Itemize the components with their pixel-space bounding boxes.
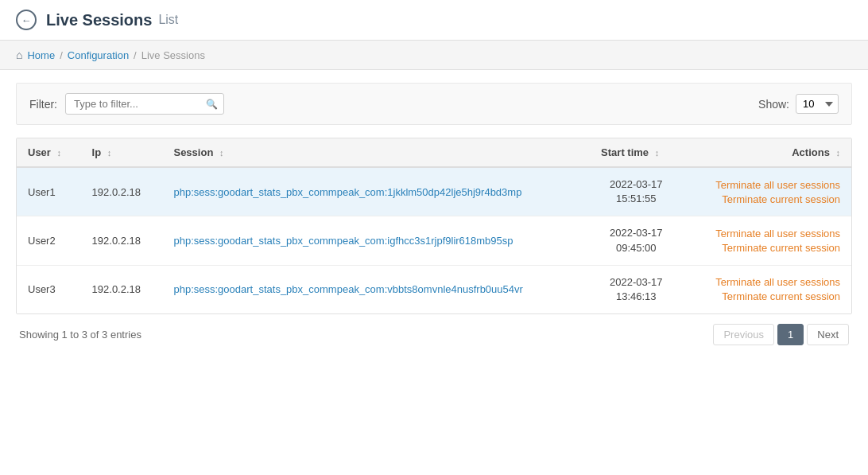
home-icon: ⌂ (16, 49, 22, 61)
col-actions[interactable]: Actions ↕ (682, 138, 851, 167)
filter-label: Filter: (29, 98, 57, 111)
terminate-all-link-1[interactable]: Terminate all user sessions (693, 228, 840, 239)
cell-actions-1: Terminate all user sessions Terminate cu… (682, 216, 851, 265)
session-link-1[interactable]: php:sess:goodart_stats_pbx_commpeak_com:… (173, 235, 513, 247)
table-row: User1 192.0.2.18 php:sess:goodart_stats_… (17, 167, 851, 216)
cell-actions-2: Terminate all user sessions Terminate cu… (682, 265, 851, 313)
col-ip[interactable]: Ip ↕ (81, 138, 163, 167)
next-button[interactable]: Next (807, 324, 849, 345)
cell-session-0: php:sess:goodart_stats_pbx_commpeak_com:… (162, 167, 590, 216)
terminate-all-link-0[interactable]: Terminate all user sessions (693, 179, 840, 191)
cell-user-0: User1 (17, 167, 81, 216)
filter-bar: Filter: 🔍 Show: 10 25 50 100 (16, 83, 852, 125)
cell-ip-0: 192.0.2.18 (81, 167, 163, 216)
table-header-row: User ↕ Ip ↕ Session ↕ Start time ↕ (17, 138, 851, 167)
session-link-0[interactable]: php:sess:goodart_stats_pbx_commpeak_com:… (173, 186, 521, 198)
table-row: User3 192.0.2.18 php:sess:goodart_stats_… (17, 265, 851, 313)
page-header: ← Live Sessions List (0, 0, 868, 41)
sort-icon-session: ↕ (219, 148, 224, 158)
breadcrumb: ⌂ Home / Configuration / Live Sessions (0, 41, 868, 70)
col-start-time[interactable]: Start time ↕ (590, 138, 682, 167)
cell-start-time-2: 2022-03-1713:46:13 (590, 265, 682, 313)
search-input[interactable] (65, 93, 224, 115)
cell-user-2: User3 (17, 265, 81, 313)
breadcrumb-separator-1: / (60, 49, 63, 61)
terminate-current-link-2[interactable]: Terminate current session (693, 290, 840, 302)
main-content: Filter: 🔍 Show: 10 25 50 100 User ↕ (0, 70, 868, 361)
show-right: Show: 10 25 50 100 (758, 94, 839, 114)
col-user[interactable]: User ↕ (17, 138, 81, 167)
table-row: User2 192.0.2.18 php:sess:goodart_stats_… (17, 216, 851, 265)
cell-ip-2: 192.0.2.18 (81, 265, 163, 313)
filter-left: Filter: 🔍 (29, 93, 224, 115)
page-subtitle: List (158, 13, 178, 27)
terminate-current-link-0[interactable]: Terminate current session (693, 193, 840, 205)
table-footer: Showing 1 to 3 of 3 entries Previous 1 N… (16, 314, 852, 348)
sort-icon-actions: ↕ (836, 148, 841, 158)
terminate-all-link-2[interactable]: Terminate all user sessions (693, 276, 840, 288)
previous-button[interactable]: Previous (713, 324, 774, 345)
terminate-current-link-1[interactable]: Terminate current session (693, 242, 840, 254)
show-select[interactable]: 10 25 50 100 (796, 94, 839, 114)
breadcrumb-current: Live Sessions (141, 49, 205, 61)
session-link-2[interactable]: php:sess:goodart_stats_pbx_commpeak_com:… (173, 283, 522, 295)
cell-user-1: User2 (17, 216, 81, 265)
sort-icon-start-time: ↕ (655, 148, 660, 158)
breadcrumb-separator-2: / (134, 49, 137, 61)
search-icon: 🔍 (206, 99, 218, 110)
cell-session-2: php:sess:goodart_stats_pbx_commpeak_com:… (162, 265, 590, 313)
pagination: Previous 1 Next (713, 324, 849, 345)
col-session[interactable]: Session ↕ (162, 138, 590, 167)
back-arrow-icon: ← (21, 14, 32, 26)
cell-session-1: php:sess:goodart_stats_pbx_commpeak_com:… (162, 216, 590, 265)
cell-start-time-1: 2022-03-1709:45:00 (590, 216, 682, 265)
cell-start-time-0: 2022-03-1715:51:55 (590, 167, 682, 216)
data-table: User ↕ Ip ↕ Session ↕ Start time ↕ (16, 138, 852, 314)
breadcrumb-home-link[interactable]: Home (27, 49, 55, 61)
filter-input-wrap: 🔍 (65, 93, 224, 115)
breadcrumb-configuration-link[interactable]: Configuration (68, 49, 129, 61)
show-label: Show: (758, 98, 789, 111)
back-button[interactable]: ← (16, 10, 37, 30)
cell-actions-0: Terminate all user sessions Terminate cu… (682, 167, 851, 216)
cell-ip-1: 192.0.2.18 (81, 216, 163, 265)
page-title: Live Sessions (46, 11, 152, 29)
page-1-button[interactable]: 1 (777, 324, 804, 345)
pagination-summary: Showing 1 to 3 of 3 entries (19, 329, 141, 341)
sort-icon-ip: ↕ (107, 148, 112, 158)
sort-icon-user: ↕ (57, 148, 62, 158)
